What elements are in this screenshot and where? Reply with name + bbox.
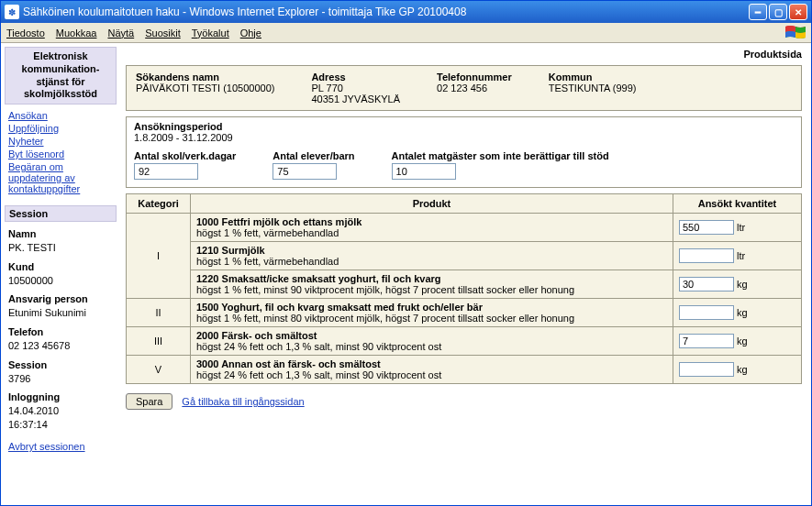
nav-byt-losenord[interactable]: Byt lösenord <box>8 148 113 160</box>
category-cell: II <box>127 299 191 327</box>
applicant-kommun-label: Kommun <box>549 72 637 82</box>
applicant-info: Sökandens namn PÄIVÄKOTI TESTI (10500000… <box>126 65 802 111</box>
th-product: Produkt <box>191 194 673 214</box>
session-name-label: Namn <box>8 227 113 241</box>
session-name: PK. TESTI <box>8 242 56 253</box>
pupils-label: Antal elever/barn <box>273 150 354 161</box>
nav-ansokan[interactable]: Ansökan <box>8 110 113 121</box>
days-label: Antal skol/verk.dagar <box>134 150 236 161</box>
unit-label: kg <box>737 336 748 346</box>
session-header: Session <box>5 205 117 222</box>
product-table: Kategori Produkt Ansökt kvantitet I 1000… <box>126 193 802 384</box>
table-row: V 3000 Annan ost än färsk- och smältosth… <box>127 356 802 384</box>
page-label: Produktsida <box>126 49 802 60</box>
table-row: 1210 Surmjölkhögst 1 % fett, värmebehand… <box>127 242 802 270</box>
applicant-tel-label: Telefonnummer <box>437 72 512 82</box>
close-button[interactable]: ✕ <box>789 4 807 20</box>
maximize-button[interactable]: ▢ <box>769 4 787 20</box>
nav-uppfoljning[interactable]: Uppföljning <box>8 123 113 134</box>
category-cell: III <box>127 327 191 356</box>
session-login-time: 16:37:14 <box>8 419 48 430</box>
qty-input[interactable] <box>679 220 734 235</box>
applicant-name: PÄIVÄKOTI TESTI (10500000) <box>136 82 274 94</box>
unit-label: ltr <box>737 250 745 261</box>
footer-actions: Spara Gå tillbaka till ingångssidan <box>126 393 802 410</box>
th-category: Kategori <box>127 194 191 214</box>
menu-tools[interactable]: Työkalut <box>192 28 229 38</box>
sidebar-nav: Ansökan Uppföljning Nyheter Byt lösenord… <box>5 108 117 196</box>
menu-help[interactable]: Ohje <box>240 28 261 38</box>
pupils-input[interactable] <box>273 163 337 180</box>
table-row: II 1500 Yoghurt, fil och kvarg smaksatt … <box>127 299 802 327</box>
applicant-kommun: TESTIKUNTA (999) <box>549 82 637 94</box>
applicant-tel: 02 123 456 <box>437 82 487 94</box>
session-id-label: Session <box>8 358 113 372</box>
save-button[interactable]: Spara <box>126 393 172 410</box>
session-kund: 10500000 <box>8 275 53 286</box>
menu-file[interactable]: Tiedosto <box>6 28 45 38</box>
applicant-address-label: Adress <box>311 72 400 82</box>
applicant-name-label: Sökandens namn <box>136 72 274 82</box>
guests-label: Antalet matgäster som inte berättigar ti… <box>392 150 609 161</box>
session-block: Namn PK. TESTI Kund 10500000 Ansvarig pe… <box>5 226 117 434</box>
nav-nyheter[interactable]: Nyheter <box>8 136 113 147</box>
session-login-label: Inloggning <box>8 390 113 404</box>
window-title: Sähköinen koulumaitotuen haku - Windows … <box>23 6 749 18</box>
sidebar-title: Elektronisk kommunikation-stjänst för sk… <box>5 47 117 104</box>
applicant-address-2: 40351 JYVÄSKYLÄ <box>311 94 400 104</box>
th-quantity: Ansökt kvantitet <box>673 194 802 214</box>
table-row: III 2000 Färsk- och smältosthögst 24 % f… <box>127 327 802 356</box>
main-area: Produktsida Sökandens namn PÄIVÄKOTI TES… <box>120 43 811 505</box>
session-tel: 02 123 45678 <box>8 340 70 351</box>
qty-input[interactable] <box>679 305 734 320</box>
menubar: Tiedosto Muokkaa Näytä Suosikit Työkalut… <box>1 23 811 43</box>
nav-begaran[interactable]: Begäran om uppdatering av kontaktuppgift… <box>8 161 113 194</box>
back-link[interactable]: Gå tillbaka till ingångssidan <box>182 396 304 407</box>
window-titlebar: ✽ Sähköinen koulumaitotuen haku - Window… <box>1 1 811 23</box>
unit-label: ltr <box>737 222 745 233</box>
app-icon: ✽ <box>5 5 19 19</box>
period-box: Ansökningsperiod 1.8.2009 - 31.12.2009 A… <box>126 116 802 188</box>
sidebar: Elektronisk kommunikation-stjänst för sk… <box>1 43 120 505</box>
session-login-date: 14.04.2010 <box>8 405 59 416</box>
table-row: 1220 Smaksatt/icke smaksatt yoghurt, fil… <box>127 270 802 299</box>
guests-input[interactable] <box>392 163 456 180</box>
unit-label: kg <box>737 307 748 318</box>
qty-input[interactable] <box>679 362 734 377</box>
unit-label: kg <box>737 279 748 290</box>
menu-edit[interactable]: Muokkaa <box>56 28 97 38</box>
minimize-button[interactable]: ━ <box>749 4 767 20</box>
session-id: 3796 <box>8 373 30 384</box>
qty-input[interactable] <box>679 334 734 348</box>
period-header: Ansökningsperiod <box>134 121 794 132</box>
period-range: 1.8.2009 - 31.12.2009 <box>134 132 794 143</box>
session-tel-label: Telefon <box>8 325 113 339</box>
table-row: I 1000 Fettfri mjölk och ettans mjölkhög… <box>127 214 802 242</box>
avbryt-sessionen-link[interactable]: Avbryt sessionen <box>8 441 85 452</box>
days-input[interactable] <box>134 163 198 180</box>
category-cell: I <box>127 214 191 299</box>
session-kund-label: Kund <box>8 260 113 274</box>
session-ansvarig: Etunimi Sukunimi <box>8 307 86 318</box>
menu-favorites[interactable]: Suosikit <box>145 28 181 38</box>
qty-input[interactable] <box>679 248 734 263</box>
session-ansvarig-label: Ansvarig person <box>8 292 113 306</box>
category-cell: V <box>127 356 191 384</box>
unit-label: kg <box>737 364 748 375</box>
menu-view[interactable]: Näytä <box>107 28 134 38</box>
applicant-address-1: PL 770 <box>311 82 342 94</box>
windows-flag-icon <box>785 25 806 41</box>
qty-input[interactable] <box>679 277 734 292</box>
